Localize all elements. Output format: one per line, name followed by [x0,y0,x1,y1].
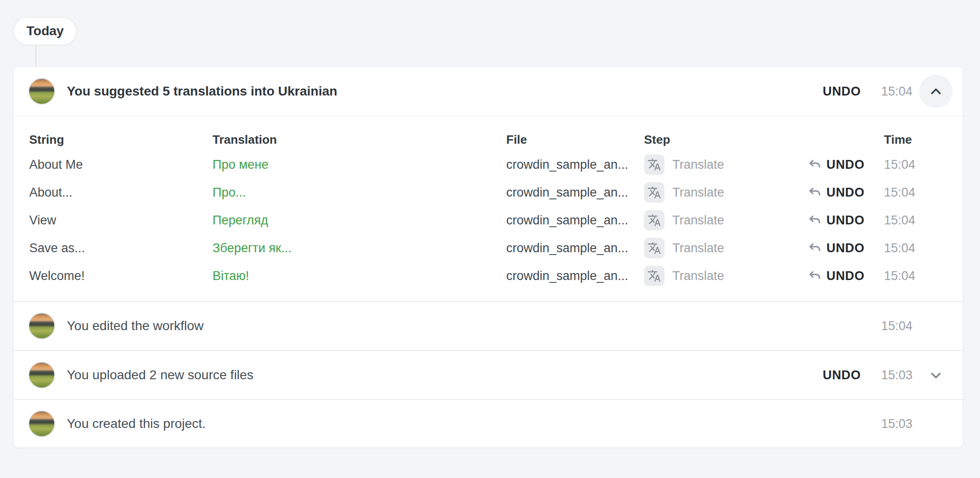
column-header-step: Step [644,133,790,147]
file-name: crowdin_sample_an... [506,241,644,255]
row-time: 15:04 [864,241,953,255]
undo-icon [808,241,822,255]
column-header-file: File [506,133,644,147]
event-time: 15:04 [881,84,915,99]
event-title: You suggested 5 translations into Ukrain… [67,84,337,99]
translate-step-badge [644,210,664,230]
file-name: crowdin_sample_an... [506,269,644,283]
translation-link[interactable]: Перегляд [213,213,506,228]
workflow-step: Translate [644,266,790,286]
column-header-translation: Translation [213,133,506,147]
row-undo-button[interactable]: UNDO [790,185,864,200]
row-undo-button[interactable]: UNDO [790,241,864,255]
event-title: You edited the workflow [67,319,204,333]
row-undo-label: UNDO [826,269,864,283]
translations-table: String Translation File Step Time About … [13,116,963,301]
translate-icon [647,241,661,255]
chevron-up-icon [928,83,944,99]
translate-icon [647,269,661,283]
event-actions: UNDO 15:03 [823,358,953,392]
table-row: Welcome! Вітаю! crowdin_sample_an... Tra… [13,262,963,290]
event-time: 15:03 [881,417,915,431]
step-label: Translate [672,185,724,200]
row-undo-label: UNDO [826,158,864,172]
translation-link[interactable]: Про... [213,185,506,200]
row-undo-label: UNDO [826,185,864,200]
source-string: About Me [29,158,213,172]
table-row: About Me Про мене crowdin_sample_an... T… [13,151,963,178]
icon-slot-empty [919,407,953,440]
undo-button[interactable]: UNDO [823,368,861,382]
avatar [28,362,55,389]
file-name: crowdin_sample_an... [506,185,644,200]
event-actions: UNDO 15:04 [823,75,953,108]
table-row: View Перегляд crowdin_sample_an... Trans… [13,206,963,234]
column-header-string: String [29,133,213,147]
workflow-step: Translate [644,182,790,203]
undo-button[interactable]: UNDO [823,84,861,99]
avatar [28,78,55,105]
step-label: Translate [672,241,724,255]
row-time: 15:04 [864,158,953,172]
translate-icon [647,185,661,199]
activity-card: You suggested 5 translations into Ukrain… [13,66,963,448]
collapse-button[interactable] [919,75,953,108]
column-header-time: Time [864,133,953,147]
row-time: 15:04 [864,185,953,200]
event-actions: 15:04 [861,309,953,343]
source-string: View [29,213,213,228]
translate-step-badge [644,266,664,286]
event-time: 15:04 [881,319,915,333]
undo-icon [808,185,822,199]
event-time: 15:03 [881,368,915,382]
source-string: Save as... [29,241,213,255]
event-row-suggested-translations[interactable]: You suggested 5 translations into Ukrain… [13,67,963,116]
timeline-connector [35,45,37,67]
row-undo-button[interactable]: UNDO [790,213,864,228]
source-string: About... [29,185,213,200]
undo-icon [808,158,822,172]
icon-slot-empty [919,309,953,343]
translation-link[interactable]: Вітаю! [213,269,506,283]
step-label: Translate [672,158,724,172]
chevron-down-icon [928,367,944,383]
event-title: You created this project. [67,416,206,431]
row-undo-label: UNDO [826,241,864,255]
undo-icon [808,269,822,283]
event-row-created-project: You created this project. 15:03 [13,399,963,447]
row-undo-label: UNDO [826,213,864,228]
event-row-edited-workflow: You edited the workflow 15:04 [13,301,963,350]
translate-step-badge [644,182,664,203]
event-actions: 15:03 [861,407,953,440]
avatar [28,410,55,437]
translation-link[interactable]: Про мене [213,158,506,172]
row-undo-button[interactable]: UNDO [790,269,864,283]
event-title: You uploaded 2 new source files [67,368,253,382]
translate-icon [647,158,661,172]
translate-step-badge [644,154,664,175]
avatar [28,312,55,339]
workflow-step: Translate [644,210,790,230]
row-time: 15:04 [864,213,953,228]
date-badge: Today [13,17,77,45]
file-name: crowdin_sample_an... [506,158,644,172]
translate-icon [647,213,661,227]
workflow-step: Translate [644,154,790,175]
workflow-step: Translate [644,238,790,258]
translate-step-badge [644,238,664,258]
translation-link[interactable]: Зберегти як... [213,241,506,255]
step-label: Translate [672,269,724,283]
date-badge-label: Today [26,24,64,38]
source-string: Welcome! [29,269,213,283]
table-header-row: String Translation File Step Time [13,128,963,151]
expand-button[interactable] [919,358,953,392]
table-row: Save as... Зберегти як... crowdin_sample… [13,234,963,262]
event-row-uploaded-files[interactable]: You uploaded 2 new source files UNDO 15:… [13,350,963,399]
row-time: 15:04 [864,269,953,283]
table-row: About... Про... crowdin_sample_an... Tra… [13,178,963,206]
file-name: crowdin_sample_an... [506,213,644,228]
step-label: Translate [672,213,724,228]
row-undo-button[interactable]: UNDO [790,158,864,172]
undo-icon [808,213,822,227]
